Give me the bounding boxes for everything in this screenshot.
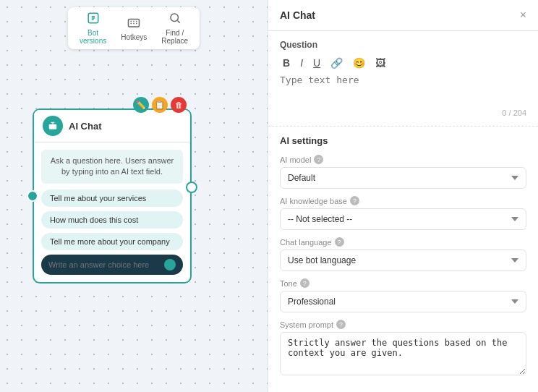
ai-chat-node: ✏️ 📋 🗑 AI Chat Ask a question here. User… (33, 108, 192, 284)
system-prompt-help[interactable]: ? (336, 320, 346, 329)
question-label: Question (280, 40, 526, 50)
format-italic[interactable]: I (297, 56, 306, 70)
formatting-toolbar: B I U 🔗 😊 🖼 (280, 56, 526, 70)
chat-language-select[interactable]: Use bot language English Spanish (280, 250, 526, 271)
add-choice-connector (164, 259, 176, 270)
bot-versions-icon (87, 12, 100, 27)
svg-point-4 (51, 126, 52, 127)
ai-model-group: AI model ? Default GPT-4 GPT-3.5 (280, 155, 526, 189)
ai-knowledge-base-group: AI knowledge base ? -- Not selected -- K… (280, 196, 526, 230)
system-prompt-label: System prompt ? (280, 320, 526, 329)
edit-node-button[interactable]: ✏️ (133, 97, 149, 113)
node-icon (43, 116, 63, 136)
find-replace-label: Find / Replace (161, 29, 188, 45)
bot-versions-label: Bot versions (80, 29, 106, 45)
canvas-area: Bot versions Hotkeys Find / Replace (0, 0, 268, 392)
format-bold[interactable]: B (280, 56, 293, 70)
tone-select[interactable]: Professional Casual Formal (280, 291, 526, 312)
right-panel: AI Chat × Question B I U 🔗 😊 🖼 0 / 204 A… (268, 0, 538, 392)
svg-point-2 (171, 14, 179, 22)
question-textarea[interactable] (280, 74, 526, 103)
format-emoji[interactable]: 😊 (350, 56, 368, 70)
add-choice-row (41, 255, 183, 275)
copy-node-button[interactable]: 📋 (152, 97, 168, 113)
ai-model-select[interactable]: Default GPT-4 GPT-3.5 (280, 167, 526, 189)
chat-language-label: Chat language ? (280, 237, 526, 247)
toolbar-find-replace[interactable]: Find / Replace (161, 12, 188, 45)
panel-content: Question B I U 🔗 😊 🖼 0 / 204 AI settings… (268, 31, 538, 392)
panel-title: AI Chat (280, 9, 315, 21)
format-image[interactable]: 🖼 (372, 56, 388, 70)
ai-kb-help[interactable]: ? (350, 196, 359, 205)
panel-header: AI Chat × (268, 0, 538, 31)
ai-settings-title: AI settings (280, 135, 526, 146)
node-description: Ask a question here. Users answer by typ… (41, 150, 183, 184)
tone-label: Tone ? (280, 278, 526, 288)
system-prompt-group: System prompt ? Strictly answer the ques… (280, 320, 526, 378)
choice-btn-2[interactable]: Tell me more about your company (41, 233, 183, 250)
hotkeys-label: Hotkeys (121, 33, 147, 41)
char-count: 0 / 204 (280, 108, 526, 117)
choice-btn-0[interactable]: Tell me about your services (41, 189, 183, 207)
connector-left (27, 190, 38, 202)
format-underline[interactable]: U (310, 56, 323, 70)
node-body: Ask a question here. Users answer by typ… (34, 142, 190, 282)
choice-btn-1[interactable]: How much does this cost (41, 211, 183, 229)
question-section: Question B I U 🔗 😊 🖼 0 / 204 (268, 31, 538, 127)
chat-language-group: Chat language ? Use bot language English… (280, 237, 526, 271)
ai-model-help[interactable]: ? (314, 155, 323, 164)
format-link[interactable]: 🔗 (328, 56, 346, 70)
ai-settings-section: AI settings AI model ? Default GPT-4 GPT… (268, 127, 538, 392)
toolbar-bot-versions[interactable]: Bot versions (80, 12, 106, 45)
chat-lang-help[interactable]: ? (335, 237, 344, 247)
delete-node-button[interactable]: 🗑 (171, 97, 187, 113)
canvas-toolbar: Bot versions Hotkeys Find / Replace (68, 7, 200, 49)
node-actions: ✏️ 📋 🗑 (133, 97, 187, 113)
node-title: AI Chat (69, 121, 102, 132)
toolbar-hotkeys[interactable]: Hotkeys (121, 16, 147, 41)
close-panel-button[interactable]: × (520, 9, 526, 22)
tone-group: Tone ? Professional Casual Formal (280, 278, 526, 312)
ai-knowledge-base-label: AI knowledge base ? (280, 196, 526, 205)
connector-right (186, 182, 197, 193)
find-replace-icon (168, 12, 182, 27)
svg-point-5 (54, 126, 55, 127)
node-header: AI Chat (34, 110, 190, 142)
svg-rect-3 (49, 124, 57, 129)
tone-help[interactable]: ? (300, 278, 309, 288)
ai-knowledge-base-select[interactable]: -- Not selected -- Knowledge Base 1 (280, 208, 526, 230)
hotkeys-icon (127, 16, 140, 32)
ai-model-label: AI model ? (280, 155, 526, 164)
system-prompt-textarea[interactable]: Strictly answer the questions based on t… (280, 332, 526, 375)
add-choice-input[interactable] (48, 260, 160, 269)
